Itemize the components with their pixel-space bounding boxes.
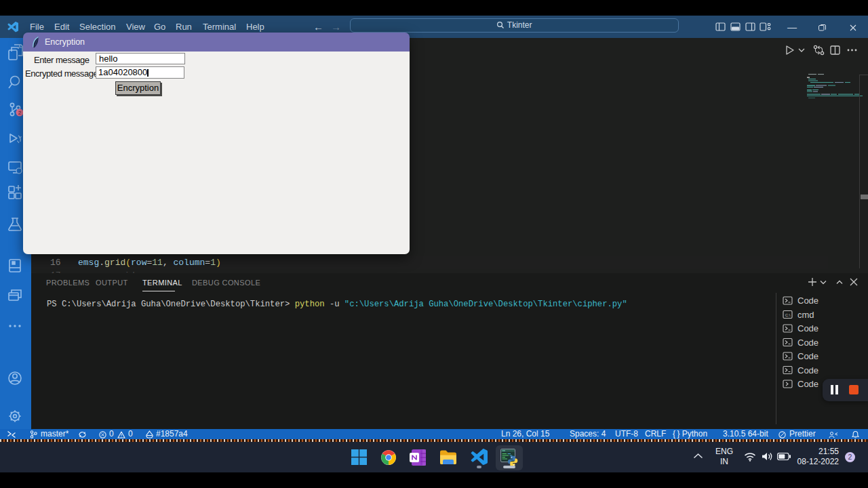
svg-text:Code: Code <box>797 338 818 348</box>
svg-text:Code: Code <box>797 365 818 375</box>
svg-text:Code: Code <box>797 296 818 306</box>
svg-text:C:\: C:\ <box>785 313 791 317</box>
svg-text:cmd: cmd <box>797 310 814 320</box>
svg-text:Code: Code <box>797 323 818 333</box>
svg-text:2: 2 <box>18 110 22 116</box>
svg-text:Code: Code <box>797 379 818 389</box>
svg-text:Code: Code <box>797 351 818 361</box>
